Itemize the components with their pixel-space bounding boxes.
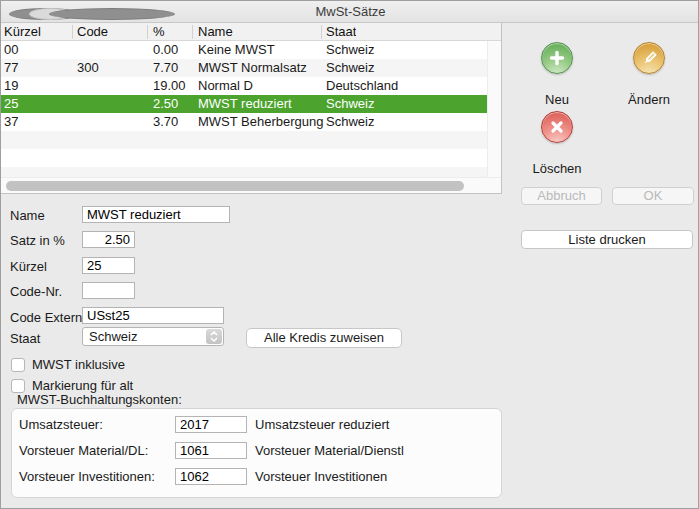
vat-rates-table: Kürzel Code % Name Staat 000.00Keine MWS…: [1, 23, 502, 194]
table-cell: 2.50: [153, 95, 196, 113]
table-cell: Normal D: [198, 77, 324, 95]
ok-button[interactable]: OK: [612, 187, 694, 205]
kuerzel-input[interactable]: [82, 257, 135, 274]
chevron-up-down-icon: [206, 329, 222, 344]
umsatzsteuer-description: Umsatzsteuer reduziert: [255, 418, 389, 432]
satz-input[interactable]: [82, 231, 135, 248]
column-divider: [147, 25, 148, 39]
table-cell: 19.00: [153, 77, 196, 95]
kuerzel-label: Kürzel: [10, 259, 47, 274]
column-header-name[interactable]: Name: [198, 23, 233, 41]
table-row-empty: [1, 149, 487, 167]
table-cell: Schweiz: [326, 41, 484, 59]
table-cell: 19: [4, 77, 74, 95]
vorsteuer-investitionen-input[interactable]: [175, 468, 247, 485]
table-cell: 3.70: [153, 113, 196, 131]
table-cell: [153, 149, 196, 167]
table-cell: [77, 41, 149, 59]
column-header-kuerzel[interactable]: Kürzel: [4, 23, 41, 41]
column-header-code[interactable]: Code: [77, 23, 108, 41]
loeschen-label: Löschen: [532, 161, 581, 176]
table-cell: MWST reduziert: [198, 95, 324, 113]
name-input[interactable]: [82, 206, 230, 223]
table-cell: 0.00: [153, 41, 196, 59]
window-title: MwSt-Sätze: [1, 1, 699, 23]
abbruch-button[interactable]: Abbruch: [521, 187, 602, 205]
aendern-button[interactable]: [633, 42, 665, 74]
table-cell: Schweiz: [326, 113, 484, 131]
alle-kredis-zuweisen-button[interactable]: Alle Kredis zuweisen: [246, 328, 402, 348]
table-cell: 25: [4, 95, 74, 113]
table-cell: [326, 149, 484, 167]
horizontal-scrollbar-thumb[interactable]: [6, 181, 464, 191]
mwst-inklusive-label: MWST inklusive: [32, 358, 125, 372]
table-row[interactable]: 252.50MWST reduziertSchweiz: [1, 95, 487, 113]
aendern-label: Ändern: [628, 92, 670, 107]
table-cell: [4, 131, 74, 149]
umsatzsteuer-input[interactable]: [175, 416, 247, 433]
table-row[interactable]: 000.00Keine MWSTSchweiz: [1, 41, 487, 59]
table-cell: [77, 131, 149, 149]
umsatzsteuer-label: Umsatzsteuer:: [19, 418, 103, 432]
column-header-prozent[interactable]: %: [153, 23, 165, 41]
table-cell: Schweiz: [326, 59, 484, 77]
mwst-inklusive-checkbox[interactable]: [11, 358, 25, 372]
table-row[interactable]: 773007.70MWST NormalsatzSchweiz: [1, 59, 487, 77]
table-cell: Keine MWST: [198, 41, 324, 59]
table-cell: Deutschland: [326, 77, 484, 95]
mwst-saetze-window: MwSt-Sätze Kürzel Code % Name Staat 000.…: [0, 0, 699, 509]
table-cell: [77, 77, 149, 95]
column-header-staat[interactable]: Staat: [326, 23, 356, 41]
name-label: Name: [10, 208, 45, 223]
table-cell: 00: [4, 41, 74, 59]
table-row-empty: [1, 131, 487, 149]
vertical-scrollbar[interactable]: [487, 41, 501, 177]
plus-icon: [549, 50, 565, 66]
table-header: Kürzel Code % Name Staat: [1, 23, 501, 41]
staat-dropdown-value: Schweiz: [89, 329, 137, 344]
code-extern-input[interactable]: [82, 307, 224, 324]
buchhaltungskonten-title: MWST-Buchhaltungskonten:: [17, 393, 182, 407]
code-extern-label: Code Extern: [10, 310, 82, 325]
column-divider: [72, 25, 73, 39]
horizontal-scrollbar[interactable]: [1, 177, 501, 193]
table-cell: Schweiz: [326, 95, 484, 113]
column-divider: [192, 25, 193, 39]
staat-dropdown[interactable]: Schweiz: [82, 327, 224, 346]
table-cell: 37: [4, 113, 74, 131]
table-cell: [326, 131, 484, 149]
vorsteuer-material-label: Vorsteuer Material/DL:: [19, 444, 148, 458]
vorsteuer-material-description: Vorsteuer Material/Dienstl: [255, 444, 404, 458]
staat-label: Staat: [10, 331, 40, 346]
buchhaltungskonten-groupbox: Umsatzsteuer: Umsatzsteuer reduziert Vor…: [11, 408, 502, 498]
loeschen-button[interactable]: [541, 111, 573, 143]
vorsteuer-investitionen-label: Vorsteuer Investitionen:: [19, 470, 155, 484]
table-cell: [77, 95, 149, 113]
column-divider: [321, 25, 322, 39]
markierung-fuer-alt-checkbox[interactable]: [11, 379, 25, 393]
pencil-icon: [641, 50, 658, 67]
vorsteuer-material-input[interactable]: [175, 442, 247, 459]
x-icon: [549, 119, 565, 135]
table-cell: [153, 131, 196, 149]
table-cell: MWST Beherbergung: [198, 113, 324, 131]
table-cell: [198, 131, 324, 149]
vorsteuer-investitionen-description: Vorsteuer Investitionen: [255, 470, 387, 484]
table-cell: [77, 149, 149, 167]
table-cell: 7.70: [153, 59, 196, 77]
code-nr-label: Code-Nr.: [10, 284, 62, 299]
table-cell: MWST Normalsatz: [198, 59, 324, 77]
neu-button[interactable]: [541, 42, 573, 74]
code-nr-input[interactable]: [82, 282, 135, 299]
satz-label: Satz in %: [10, 233, 65, 248]
table-cell: [77, 113, 149, 131]
table-row[interactable]: 1919.00Normal DDeutschland: [1, 77, 487, 95]
neu-label: Neu: [545, 92, 569, 107]
table-cell: [198, 149, 324, 167]
markierung-fuer-alt-label: Markierung für alt: [32, 379, 133, 393]
table-cell: 77: [4, 59, 74, 77]
liste-drucken-button[interactable]: Liste drucken: [521, 230, 693, 249]
titlebar[interactable]: MwSt-Sätze: [1, 1, 699, 23]
table-row[interactable]: 373.70MWST BeherbergungSchweiz: [1, 113, 487, 131]
table-cell: 300: [77, 59, 149, 77]
